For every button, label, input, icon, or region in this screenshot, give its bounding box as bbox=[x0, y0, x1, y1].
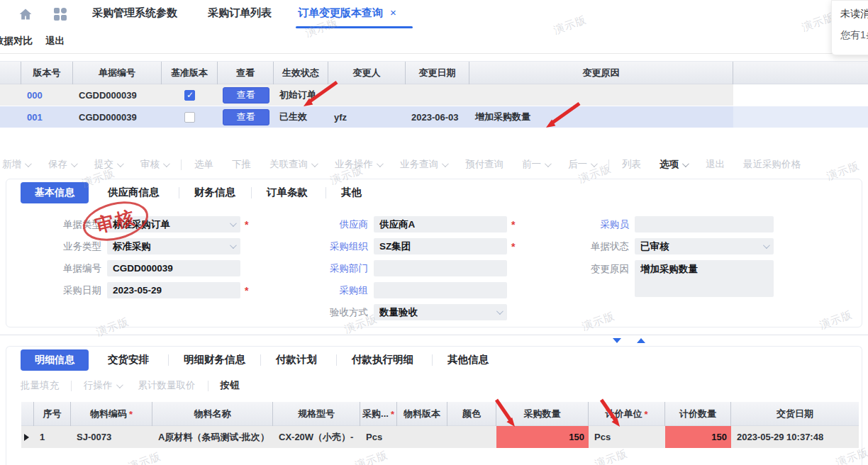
tab-finance-info[interactable]: 财务信息 bbox=[194, 186, 235, 199]
buyer-label-link[interactable]: 采购员 bbox=[531, 218, 635, 231]
toolbar-previous-button[interactable]: 前一 bbox=[513, 158, 559, 171]
toolbar-options-button[interactable]: 选项 bbox=[650, 158, 696, 171]
toolbar-recent-purchase-price-button[interactable]: 最近采购价格 bbox=[734, 158, 810, 171]
collapse-down-icon[interactable] bbox=[613, 338, 621, 343]
form-column-left: 单据类型 标准采购订单 * 业务类型 标准采购 单据编号 CGDD000039 … bbox=[21, 216, 248, 304]
material-code-cell[interactable]: SJ-0073 bbox=[71, 426, 152, 448]
toolbar-push-down-button[interactable]: 下推 bbox=[223, 158, 260, 171]
field-doc-no: 单据编号 CGDD000039 bbox=[21, 260, 248, 276]
notification-popup[interactable]: 未读消息 您有1条 bbox=[831, 0, 868, 55]
menu-data-compare[interactable]: 数据对比 bbox=[0, 35, 33, 47]
doc-no-input[interactable]: CGDD000039 bbox=[107, 260, 240, 276]
field-purchase-org: 采购组织 SZ集团 * bbox=[269, 238, 515, 254]
top-tab-bar: 采购管理系统参数 采购订单列表 订单变更版本查询× bbox=[0, 0, 868, 28]
toolbar-select-doc-button[interactable]: 选单 bbox=[185, 158, 223, 171]
toolbar-next-button[interactable]: 后一 bbox=[559, 158, 605, 171]
purchase-date-input[interactable]: 2023-05-29 bbox=[107, 282, 240, 298]
button-button[interactable]: 按钮 bbox=[212, 379, 248, 392]
tab-payment-execution-detail[interactable]: 付款执行明细 bbox=[352, 353, 413, 366]
seq-cell: 1 bbox=[34, 426, 71, 448]
toolbar-audit-button[interactable]: 审核 bbox=[131, 158, 177, 171]
supplier-input[interactable]: 供应商A bbox=[374, 216, 507, 232]
view-button[interactable]: 查看 bbox=[223, 109, 269, 125]
toolbar-submit-button[interactable]: 提交 bbox=[85, 158, 131, 171]
tab-purchase-order-list[interactable]: 采购订单列表 bbox=[208, 6, 272, 20]
chevron-down-icon bbox=[545, 160, 552, 167]
version-row-001-selected[interactable]: 001 CGDD000039 查看 已生效 yfz 2023-06-03 增加采… bbox=[0, 106, 868, 128]
acceptance-method-select[interactable]: 数量验收 bbox=[374, 304, 507, 320]
col-changed-by: 变更人 bbox=[328, 62, 406, 84]
tab-order-change-version-query[interactable]: 订单变更版本查询× bbox=[298, 6, 396, 20]
cumulative-qty-pricing-button[interactable]: 累计数量取价 bbox=[130, 379, 204, 392]
col-pricing-qty: 计价数量 bbox=[665, 402, 731, 426]
biz-type-select[interactable]: 标准采购 bbox=[107, 238, 240, 254]
change-date-cell: 2023-06-03 bbox=[406, 106, 469, 128]
field-biz-type: 业务类型 标准采购 bbox=[21, 238, 248, 254]
version-link[interactable]: 001 bbox=[21, 106, 73, 128]
purchase-group-label-link[interactable]: 采购组 bbox=[269, 284, 374, 297]
row-operations-button[interactable]: 行操作 bbox=[75, 379, 130, 392]
menu-exit[interactable]: 退出 bbox=[45, 35, 65, 47]
changed-by-cell: yfz bbox=[328, 106, 406, 128]
tab-delivery-schedule[interactable]: 交货安排 bbox=[108, 353, 149, 366]
tab-detail-finance-info[interactable]: 明细财务信息 bbox=[184, 353, 245, 366]
batch-fill-button[interactable]: 批量填充 bbox=[12, 379, 67, 392]
field-purchase-dept: 采购部门 bbox=[269, 260, 515, 276]
chevron-down-icon bbox=[230, 220, 237, 227]
version-row-000[interactable]: 000 CGDD000039 查看 初始订单 bbox=[0, 84, 868, 106]
status-cell: 已生效 bbox=[274, 106, 328, 128]
field-purchase-group: 采购组 bbox=[269, 282, 515, 298]
apps-grid-icon[interactable] bbox=[54, 8, 67, 21]
base-version-checkbox-checked[interactable] bbox=[184, 90, 195, 101]
purchase-dept-label-link[interactable]: 采购部门 bbox=[269, 262, 374, 275]
col-doc-no: 单据编号 bbox=[73, 62, 162, 84]
base-version-checkbox-unchecked[interactable] bbox=[184, 112, 195, 123]
toolbar-new-button[interactable]: 新增 bbox=[0, 158, 39, 171]
version-link[interactable]: 000 bbox=[21, 84, 73, 106]
tab-other[interactable]: 其他 bbox=[341, 186, 362, 199]
supplier-label-link[interactable]: 供应商 bbox=[269, 218, 374, 231]
purchase-group-input[interactable] bbox=[374, 282, 507, 298]
chevron-down-icon bbox=[496, 308, 503, 315]
purchase-org-input[interactable]: SZ集团 bbox=[374, 238, 507, 254]
menu-bar: 数据对比 退出 bbox=[0, 28, 868, 54]
purchase-dept-input[interactable] bbox=[374, 260, 507, 276]
doc-status-select[interactable]: 已审核 bbox=[635, 238, 774, 254]
pricing-qty-cell-highlighted[interactable]: 150 bbox=[665, 426, 731, 448]
purchase-qty-cell-highlighted[interactable]: 150 bbox=[496, 426, 589, 448]
chevron-down-icon bbox=[71, 160, 78, 167]
doc-type-select[interactable]: 标准采购订单 bbox=[107, 216, 240, 232]
detail-row-1[interactable]: 1 SJ-0073 A原材料（条码测试-批次） CX-20W（小壳）- Pcs … bbox=[21, 426, 859, 448]
collapse-up-icon[interactable] bbox=[637, 338, 645, 343]
tab-supplier-info[interactable]: 供应商信息 bbox=[108, 186, 160, 199]
tab-purchase-system-params[interactable]: 采购管理系统参数 bbox=[92, 6, 177, 20]
tab-basic-info[interactable]: 基本信息 bbox=[21, 182, 89, 203]
tab-order-terms[interactable]: 订单条款 bbox=[267, 186, 308, 199]
purchase-org-label-link[interactable]: 采购组织 bbox=[269, 240, 374, 253]
toolbar-business-ops-button[interactable]: 业务操作 bbox=[326, 158, 391, 171]
home-icon[interactable] bbox=[18, 7, 33, 21]
field-buyer: 采购员 bbox=[531, 216, 774, 232]
detail-tabs: 明细信息 交货安排 明细财务信息 付款计划 付款执行明细 其他信息 bbox=[6, 349, 862, 371]
toolbar-list-button[interactable]: 列表 bbox=[613, 158, 650, 171]
col-spec-model: 规格型号 bbox=[273, 402, 360, 426]
field-supplier: 供应商 供应商A * bbox=[269, 216, 515, 232]
toolbar-prepay-query-button[interactable]: 预付查询 bbox=[456, 158, 513, 171]
view-button[interactable]: 查看 bbox=[223, 87, 269, 103]
change-reason-textarea[interactable]: 增加采购数量 bbox=[635, 260, 774, 297]
chevron-down-icon bbox=[682, 160, 689, 167]
toolbar-business-query-button[interactable]: 业务查询 bbox=[391, 158, 456, 171]
toolbar-save-button[interactable]: 保存 bbox=[39, 158, 85, 171]
close-tab-icon[interactable]: × bbox=[390, 6, 396, 18]
tab-detail-info[interactable]: 明细信息 bbox=[21, 349, 89, 371]
version-table: 版本号 单据编号 基准版本 查看 生效状态 变更人 变更日期 变更原因 000 … bbox=[0, 61, 868, 128]
col-seq: 序号 bbox=[34, 402, 71, 426]
buyer-input[interactable] bbox=[635, 216, 774, 232]
tab-payment-plan[interactable]: 付款计划 bbox=[276, 353, 317, 366]
current-row-marker-icon bbox=[24, 434, 29, 441]
toolbar-related-query-button[interactable]: 关联查询 bbox=[260, 158, 326, 171]
toolbar-exit-button[interactable]: 退出 bbox=[696, 158, 734, 171]
app-window: 演示版 演示版 演示版 演示版 演示版 演示版 演示版 演示版 演示版 演示版 … bbox=[0, 0, 868, 465]
field-doc-type: 单据类型 标准采购订单 * bbox=[21, 216, 248, 232]
tab-other-info[interactable]: 其他信息 bbox=[447, 353, 489, 366]
